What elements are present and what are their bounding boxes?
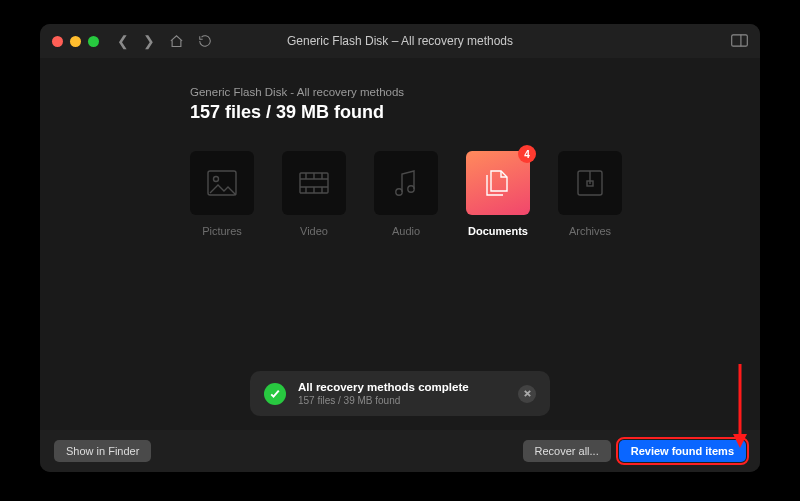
nav-back-button[interactable]: ❮ <box>117 34 129 48</box>
category-documents[interactable]: 4 Documents <box>466 151 530 237</box>
app-window: ❮ ❯ Generic Flash Disk – All recovery me… <box>40 24 760 472</box>
nav-controls: ❮ ❯ <box>117 34 212 49</box>
review-found-items-button[interactable]: Review found items <box>619 440 746 462</box>
recover-all-button[interactable]: Recover all... <box>523 440 611 462</box>
archives-label: Archives <box>569 225 611 237</box>
zoom-window-button[interactable] <box>88 36 99 47</box>
svg-point-14 <box>408 186 414 192</box>
svg-point-13 <box>396 189 402 195</box>
scan-subtitle: Generic Flash Disk - All recovery method… <box>190 86 760 98</box>
check-icon <box>264 383 286 405</box>
documents-icon <box>483 167 513 199</box>
documents-label: Documents <box>468 225 528 237</box>
pictures-icon <box>206 169 238 197</box>
audio-label: Audio <box>392 225 420 237</box>
minimize-window-button[interactable] <box>70 36 81 47</box>
titlebar: ❮ ❯ Generic Flash Disk – All recovery me… <box>40 24 760 58</box>
toast-subtitle: 157 files / 39 MB found <box>298 395 506 406</box>
category-archives[interactable]: Archives <box>558 151 622 237</box>
layout-toggle-icon[interactable] <box>731 33 748 51</box>
category-audio[interactable]: Audio <box>374 151 438 237</box>
show-in-finder-button[interactable]: Show in Finder <box>54 440 151 462</box>
documents-tile: 4 <box>466 151 530 215</box>
pictures-label: Pictures <box>202 225 242 237</box>
nav-forward-button[interactable]: ❯ <box>143 34 155 48</box>
footer-bar: Show in Finder Recover all... Review fou… <box>40 430 760 472</box>
archives-icon <box>575 168 605 198</box>
audio-tile <box>374 151 438 215</box>
pictures-tile <box>190 151 254 215</box>
traffic-lights <box>52 36 99 47</box>
close-window-button[interactable] <box>52 36 63 47</box>
toast-close-button[interactable] <box>518 385 536 403</box>
video-label: Video <box>300 225 328 237</box>
toast-body: All recovery methods complete 157 files … <box>298 381 506 406</box>
main-content: Generic Flash Disk - All recovery method… <box>40 58 760 472</box>
video-tile <box>282 151 346 215</box>
archives-tile <box>558 151 622 215</box>
completion-toast: All recovery methods complete 157 files … <box>250 371 550 416</box>
home-icon[interactable] <box>169 34 184 49</box>
svg-rect-0 <box>732 35 748 46</box>
scan-headline: 157 files / 39 MB found <box>190 102 760 123</box>
documents-badge: 4 <box>518 145 536 163</box>
category-pictures[interactable]: Pictures <box>190 151 254 237</box>
category-tiles: Pictures Video Audio 4 Documents <box>190 151 760 237</box>
category-video[interactable]: Video <box>282 151 346 237</box>
audio-icon <box>392 168 420 198</box>
video-icon <box>298 169 330 197</box>
refresh-icon[interactable] <box>198 34 212 48</box>
close-icon <box>523 389 532 398</box>
svg-point-3 <box>214 177 219 182</box>
toast-title: All recovery methods complete <box>298 381 506 393</box>
